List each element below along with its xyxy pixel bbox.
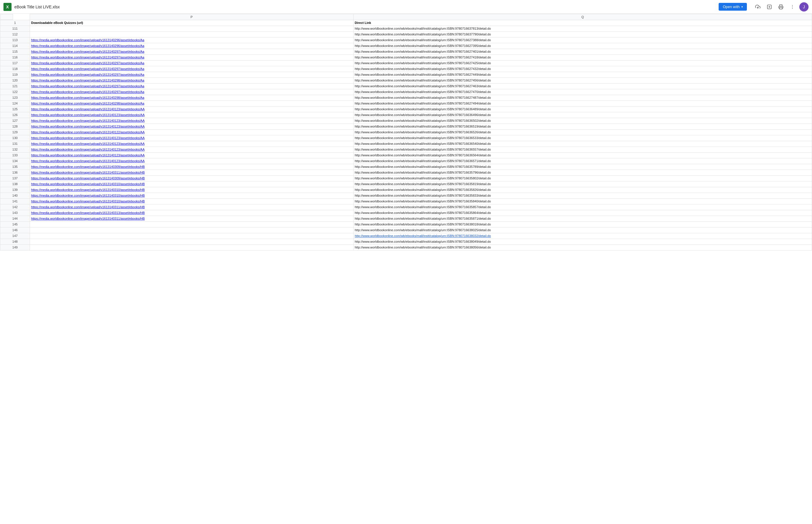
p-link[interactable]: https://media.worldbookonline.com/image/… xyxy=(31,50,144,53)
p-cell[interactable]: https://media.worldbookonline.com/image/… xyxy=(30,54,353,60)
p-link[interactable]: https://media.worldbookonline.com/image/… xyxy=(31,182,145,186)
q-cell: http://www.worldbookonline.com/wb/ebooks… xyxy=(353,26,812,31)
p-cell xyxy=(30,227,353,233)
q-cell: http://www.worldbookonline.com/wb/ebooks… xyxy=(353,118,812,124)
p-cell[interactable]: https://media.worldbookonline.com/image/… xyxy=(30,204,353,210)
p-link[interactable]: https://media.worldbookonline.com/image/… xyxy=(31,165,145,168)
row-num-cell: 135 xyxy=(0,164,30,169)
p-cell[interactable]: https://media.worldbookonline.com/image/… xyxy=(30,37,353,43)
table-row: 118https://media.worldbookonline.com/ima… xyxy=(0,66,812,72)
col-q-title: Direct Link xyxy=(353,20,812,26)
p-cell[interactable]: https://media.worldbookonline.com/image/… xyxy=(30,129,353,135)
p-cell[interactable]: https://media.worldbookonline.com/image/… xyxy=(30,60,353,66)
p-link[interactable]: https://media.worldbookonline.com/image/… xyxy=(31,67,144,70)
p-cell[interactable]: https://media.worldbookonline.com/image/… xyxy=(30,66,353,72)
p-cell[interactable]: https://media.worldbookonline.com/image/… xyxy=(30,78,353,83)
table-row: 128https://media.worldbookonline.com/ima… xyxy=(0,124,812,129)
p-link[interactable]: https://media.worldbookonline.com/image/… xyxy=(31,217,145,220)
p-cell[interactable]: https://media.worldbookonline.com/image/… xyxy=(30,147,353,152)
p-link[interactable]: https://media.worldbookonline.com/image/… xyxy=(31,148,145,151)
row-num-cell: 124 xyxy=(0,100,30,106)
p-link[interactable]: https://media.worldbookonline.com/image/… xyxy=(31,171,145,174)
p-cell[interactable]: https://media.worldbookonline.com/image/… xyxy=(30,43,353,49)
p-link[interactable]: https://media.worldbookonline.com/image/… xyxy=(31,61,144,65)
open-with-button[interactable]: Open with ▾ xyxy=(719,3,747,11)
p-cell[interactable]: https://media.worldbookonline.com/image/… xyxy=(30,118,353,124)
p-cell[interactable]: https://media.worldbookonline.com/image/… xyxy=(30,216,353,222)
p-cell[interactable]: https://media.worldbookonline.com/image/… xyxy=(30,158,353,164)
p-cell[interactable]: https://media.worldbookonline.com/image/… xyxy=(30,164,353,169)
p-link[interactable]: https://media.worldbookonline.com/image/… xyxy=(31,205,145,209)
col-q-header[interactable]: Q xyxy=(353,14,812,20)
row-num-cell: 127 xyxy=(0,118,30,124)
p-cell[interactable]: https://media.worldbookonline.com/image/… xyxy=(30,175,353,181)
p-link[interactable]: https://media.worldbookonline.com/image/… xyxy=(31,44,144,48)
p-cell[interactable]: https://media.worldbookonline.com/image/… xyxy=(30,141,353,147)
p-cell[interactable]: https://media.worldbookonline.com/image/… xyxy=(30,210,353,216)
upload-icon[interactable] xyxy=(753,2,762,12)
avatar[interactable]: J xyxy=(799,2,809,12)
p-link[interactable]: https://media.worldbookonline.com/image/… xyxy=(31,199,145,203)
table-row: 141https://media.worldbookonline.com/ima… xyxy=(0,198,812,204)
p-link[interactable]: https://media.worldbookonline.com/image/… xyxy=(31,211,145,214)
p-link[interactable]: https://media.worldbookonline.com/image/… xyxy=(31,90,144,94)
p-cell[interactable]: https://media.worldbookonline.com/image/… xyxy=(30,106,353,112)
p-link[interactable]: https://media.worldbookonline.com/image/… xyxy=(31,108,145,111)
p-link[interactable]: https://media.worldbookonline.com/image/… xyxy=(31,113,145,117)
q-link[interactable]: http://www.worldbookonline.com/wb/ebooks… xyxy=(355,234,491,238)
p-link[interactable]: https://media.worldbookonline.com/image/… xyxy=(31,84,144,88)
q-cell: http://www.worldbookonline.com/wb/ebooks… xyxy=(353,233,812,239)
sheet-body: 111http://www.worldbookonline.com/wb/ebo… xyxy=(0,26,812,250)
q-cell: http://www.worldbookonline.com/wb/ebooks… xyxy=(353,106,812,112)
p-link[interactable]: https://media.worldbookonline.com/image/… xyxy=(31,125,145,128)
p-cell[interactable]: https://media.worldbookonline.com/image/… xyxy=(30,83,353,89)
p-cell[interactable]: https://media.worldbookonline.com/image/… xyxy=(30,152,353,158)
row-num-cell: 129 xyxy=(0,129,30,135)
p-cell[interactable]: https://media.worldbookonline.com/image/… xyxy=(30,198,353,204)
p-cell[interactable]: https://media.worldbookonline.com/image/… xyxy=(30,181,353,187)
table-row: 112http://www.worldbookonline.com/wb/ebo… xyxy=(0,31,812,37)
p-link[interactable]: https://media.worldbookonline.com/image/… xyxy=(31,188,145,192)
p-link[interactable]: https://media.worldbookonline.com/image/… xyxy=(31,96,144,99)
table-row: 122https://media.worldbookonline.com/ima… xyxy=(0,89,812,95)
p-cell[interactable]: https://media.worldbookonline.com/image/… xyxy=(30,72,353,78)
row-num-cell: 142 xyxy=(0,204,30,210)
row-num-cell: 115 xyxy=(0,49,30,54)
p-link[interactable]: https://media.worldbookonline.com/image/… xyxy=(31,38,144,42)
q-cell: http://www.worldbookonline.com/wb/ebooks… xyxy=(353,135,812,141)
sheet-container[interactable]: P Q 1 Downloadable eBook Quizzes (url) D… xyxy=(0,14,812,518)
p-cell[interactable]: https://media.worldbookonline.com/image/… xyxy=(30,112,353,118)
p-cell[interactable]: https://media.worldbookonline.com/image/… xyxy=(30,193,353,198)
p-link[interactable]: https://media.worldbookonline.com/image/… xyxy=(31,142,145,145)
row-num-cell: 140 xyxy=(0,193,30,198)
p-cell[interactable]: https://media.worldbookonline.com/image/… xyxy=(30,169,353,175)
p-link[interactable]: https://media.worldbookonline.com/image/… xyxy=(31,159,145,163)
p-cell[interactable]: https://media.worldbookonline.com/image/… xyxy=(30,89,353,95)
row-num-cell: 126 xyxy=(0,112,30,118)
add-to-drive-icon[interactable] xyxy=(765,2,774,12)
p-link[interactable]: https://media.worldbookonline.com/image/… xyxy=(31,136,145,140)
p-link[interactable]: https://media.worldbookonline.com/image/… xyxy=(31,79,144,82)
p-link[interactable]: https://media.worldbookonline.com/image/… xyxy=(31,153,145,157)
p-cell[interactable]: https://media.worldbookonline.com/image/… xyxy=(30,100,353,106)
table-row: 138https://media.worldbookonline.com/ima… xyxy=(0,181,812,187)
p-link[interactable]: https://media.worldbookonline.com/image/… xyxy=(31,55,144,59)
p-link[interactable]: https://media.worldbookonline.com/image/… xyxy=(31,102,144,105)
col-p-header[interactable]: P xyxy=(30,14,353,20)
p-cell[interactable]: https://media.worldbookonline.com/image/… xyxy=(30,135,353,141)
p-link[interactable]: https://media.worldbookonline.com/image/… xyxy=(31,73,144,76)
p-cell[interactable]: https://media.worldbookonline.com/image/… xyxy=(30,49,353,54)
p-link[interactable]: https://media.worldbookonline.com/image/… xyxy=(31,130,145,134)
more-options-icon[interactable] xyxy=(788,2,797,12)
p-cell[interactable]: https://media.worldbookonline.com/image/… xyxy=(30,95,353,100)
q-cell: http://www.worldbookonline.com/wb/ebooks… xyxy=(353,187,812,193)
table-row: 147http://www.worldbookonline.com/wb/ebo… xyxy=(0,233,812,239)
row-num-cell: 143 xyxy=(0,210,30,216)
print-icon[interactable] xyxy=(776,2,785,12)
p-cell[interactable]: https://media.worldbookonline.com/image/… xyxy=(30,187,353,193)
p-cell[interactable]: https://media.worldbookonline.com/image/… xyxy=(30,124,353,129)
p-link[interactable]: https://media.worldbookonline.com/image/… xyxy=(31,194,145,197)
p-link[interactable]: https://media.worldbookonline.com/image/… xyxy=(31,177,145,180)
p-link[interactable]: https://media.worldbookonline.com/image/… xyxy=(31,119,145,122)
table-row: 145http://www.worldbookonline.com/wb/ebo… xyxy=(0,222,812,227)
